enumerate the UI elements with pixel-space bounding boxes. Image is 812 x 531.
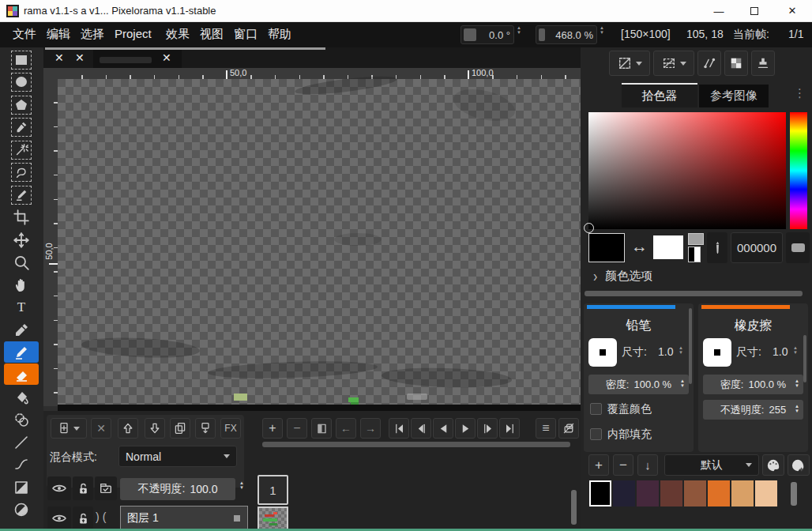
- zoom-spinner[interactable]: ▲▼: [600, 26, 604, 35]
- alpha-lock-button[interactable]: [724, 51, 748, 76]
- pencil-size-value[interactable]: 1.0: [658, 345, 673, 358]
- blend-mode-dropdown[interactable]: Normal: [118, 446, 237, 467]
- zoom-input[interactable]: 468.0 %: [536, 25, 597, 44]
- screen-color-picker-button[interactable]: [707, 232, 727, 263]
- layer-fx-button[interactable]: FX: [220, 418, 241, 439]
- clone-frame-button[interactable]: [311, 418, 332, 439]
- eraser-opacity-input[interactable]: 不透明度: 255: [703, 400, 803, 420]
- primary-color-swatch[interactable]: [588, 233, 625, 262]
- timeline-vertical-scrollbar[interactable]: [571, 490, 577, 525]
- vertical-mirror-button[interactable]: [653, 51, 694, 76]
- paint-select-tool[interactable]: [4, 184, 39, 205]
- pencil-density-input[interactable]: 密度: 100.0 %: [588, 375, 689, 394]
- pan-tool[interactable]: [4, 274, 39, 296]
- swap-colors-icon[interactable]: ↔: [631, 237, 648, 256]
- minimize-icon[interactable]: —: [713, 6, 724, 17]
- color-panel-scrollbar[interactable]: [585, 291, 803, 296]
- next-frame-button[interactable]: [477, 418, 498, 439]
- move-frame-left-button[interactable]: ←: [336, 418, 356, 439]
- eraser-density-spinner[interactable]: ▲▼: [795, 379, 799, 388]
- hex-color-input[interactable]: 000000: [731, 232, 783, 263]
- clone-layer-button[interactable]: [170, 418, 190, 439]
- layer-visibility-button[interactable]: [47, 476, 71, 500]
- eraser-tool[interactable]: [4, 363, 39, 385]
- cel-linking-button[interactable]: [95, 476, 117, 500]
- eraser-panel-scrollbar[interactable]: [803, 335, 806, 382]
- ellipse-tool[interactable]: [4, 499, 39, 520]
- hue-slider[interactable]: [790, 112, 807, 229]
- pencil-brush-button[interactable]: [588, 338, 617, 367]
- sort-palette-button[interactable]: ↓: [637, 454, 658, 476]
- tab-scrollbar[interactable]: [45, 47, 325, 50]
- color-select-tool[interactable]: [4, 116, 39, 137]
- move-frame-right-button[interactable]: →: [360, 418, 381, 439]
- eraser-size-spinner[interactable]: ▲▼: [793, 346, 798, 355]
- tab2-close-icon[interactable]: ✕: [75, 51, 85, 64]
- text-tool[interactable]: T: [4, 296, 39, 318]
- menu-help[interactable]: 帮助: [268, 27, 291, 42]
- color-picker-tool[interactable]: [4, 319, 39, 341]
- pixel-perfect-button[interactable]: [697, 51, 721, 76]
- add-swatch-button[interactable]: +: [588, 454, 609, 476]
- rectangle-select-tool[interactable]: [4, 49, 39, 70]
- polygon-select-tool[interactable]: [4, 94, 39, 115]
- close-icon[interactable]: ✕: [787, 5, 798, 17]
- canvas[interactable]: [58, 79, 618, 405]
- bucket-tool[interactable]: [4, 386, 39, 408]
- palette-swatch-5[interactable]: [708, 480, 730, 507]
- delete-layer-button[interactable]: ✕: [91, 418, 111, 439]
- previous-frame-button[interactable]: [411, 418, 431, 439]
- cel-thumbnail[interactable]: [258, 507, 288, 531]
- menu-select[interactable]: 选择: [81, 27, 104, 42]
- line-tool[interactable]: [4, 431, 39, 453]
- layer-lock-button[interactable]: [73, 476, 93, 500]
- ellipse-select-tool[interactable]: [4, 71, 39, 92]
- add-layer-button[interactable]: [51, 418, 87, 439]
- eraser-density-input[interactable]: 密度: 100.0 %: [703, 375, 803, 394]
- menu-project[interactable]: Project: [115, 27, 152, 40]
- overwrite-color-checkbox[interactable]: [590, 403, 602, 415]
- remove-swatch-button[interactable]: −: [613, 454, 633, 476]
- frame-header-button[interactable]: 1: [258, 475, 288, 505]
- layer-visibility-button[interactable]: [47, 507, 71, 530]
- palette-scrollbar[interactable]: [791, 482, 797, 506]
- zoom-tool[interactable]: [4, 251, 39, 273]
- sv-cursor[interactable]: [584, 223, 594, 233]
- palette-swatch-1[interactable]: [613, 480, 635, 507]
- layer-name-field[interactable]: 图层 1: [120, 506, 248, 531]
- pencil-size-spinner[interactable]: ▲▼: [679, 346, 683, 355]
- play-backwards-button[interactable]: [433, 418, 453, 439]
- curve-tool[interactable]: [4, 454, 39, 475]
- menu-effects[interactable]: 效果: [166, 27, 190, 42]
- menu-view[interactable]: 视图: [200, 27, 224, 42]
- dynamics-button[interactable]: [751, 51, 775, 76]
- palette-swatch-7[interactable]: [755, 480, 777, 507]
- menu-file[interactable]: 文件: [13, 27, 36, 42]
- menu-edit[interactable]: 编辑: [47, 27, 70, 42]
- rectangle-tool[interactable]: [4, 476, 39, 498]
- horizontal-mirror-button[interactable]: [609, 51, 650, 76]
- vertical-ruler[interactable]: 50,0: [43, 79, 58, 406]
- pencil-panel-scrollbar[interactable]: [689, 308, 692, 384]
- palette-select-dropdown[interactable]: 默认: [664, 454, 759, 476]
- recent-color-bottom[interactable]: [688, 247, 701, 262]
- magic-wand-tool[interactable]: [4, 139, 39, 160]
- menu-window[interactable]: 窗口: [234, 27, 258, 42]
- first-frame-button[interactable]: [389, 418, 409, 439]
- lasso-select-tool[interactable]: [4, 161, 39, 183]
- frame-scrollbar[interactable]: [262, 442, 570, 447]
- color-mode-button[interactable]: [786, 232, 810, 263]
- shading-tool[interactable]: [4, 409, 39, 430]
- tab-color-picker[interactable]: 拾色器: [622, 83, 697, 107]
- secondary-color-swatch[interactable]: [653, 235, 683, 259]
- eraser-brush-button[interactable]: [703, 338, 731, 367]
- horizontal-ruler[interactable]: 50,0 100,0: [43, 68, 581, 79]
- tab3-close-icon[interactable]: ✕: [162, 51, 171, 64]
- merge-down-button[interactable]: [195, 418, 216, 439]
- recent-color-top[interactable]: [688, 233, 704, 245]
- panel-kebab-icon[interactable]: ⋮: [794, 86, 806, 100]
- tab-reference-images[interactable]: 参考图像: [699, 85, 769, 107]
- layer-opacity-input[interactable]: 不透明度: 100.0: [120, 478, 235, 500]
- play-button[interactable]: [455, 418, 476, 439]
- eraser-opacity-spinner[interactable]: ▲▼: [795, 405, 799, 413]
